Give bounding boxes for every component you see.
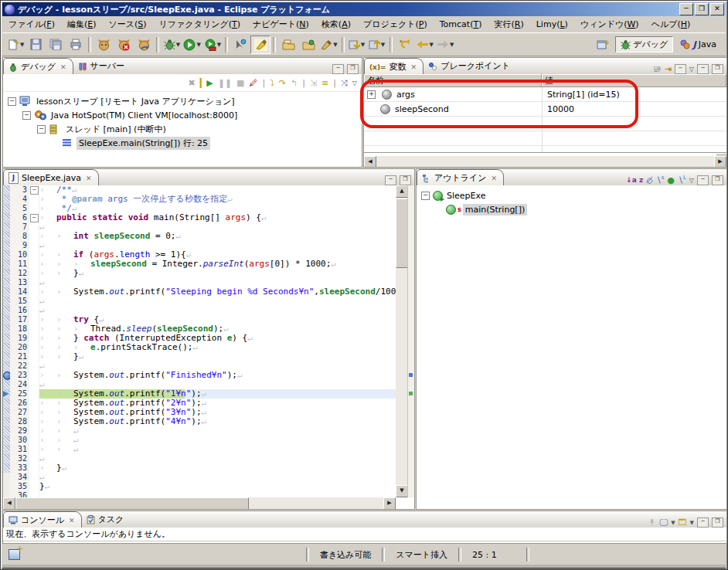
editor-marker-margin[interactable] (3, 426, 10, 436)
step-filters-icon[interactable]: ≡ (321, 78, 328, 88)
editor-marker-margin[interactable] (3, 306, 10, 315)
debug-tree-row[interactable]: −lessonスリープ [リモート Java アプリケーション] (3, 94, 362, 108)
editor-marker-margin[interactable] (3, 250, 10, 260)
editor-marker-margin[interactable] (3, 352, 10, 361)
scrollbar-thumb[interactable] (15, 497, 249, 509)
editor-marker-margin[interactable] (3, 380, 10, 389)
code-line[interactable]: 15↵ (3, 297, 396, 306)
editor-marker-margin[interactable] (3, 389, 10, 399)
editor-marker-margin[interactable] (3, 454, 10, 463)
menu-item[interactable]: 検索(A) (315, 17, 357, 32)
menu-item[interactable]: ヘルプ(H) (645, 17, 697, 32)
editor-marker-margin[interactable] (3, 371, 10, 380)
code-line[interactable]: 35}↵ (3, 482, 396, 491)
code-line[interactable]: 6−›public static void main(String[] args… (3, 213, 396, 222)
fold-collapse-icon[interactable]: − (30, 186, 39, 195)
tab-breakpoints[interactable]: ブレークポイント (424, 58, 516, 74)
tab-outline[interactable]: アウトライン ✕ (417, 169, 504, 186)
code-line[interactable]: 16↵ (3, 306, 396, 315)
hide-non-public-icon[interactable]: ● (667, 175, 675, 185)
use-step-filters-icon[interactable]: ⤨ (341, 78, 348, 88)
view-menu-chevron-icon[interactable]: ▽ (689, 177, 694, 184)
resume-icon[interactable]: ▎▶ (200, 78, 213, 88)
editor-marker-margin[interactable] (3, 445, 10, 454)
code-line[interactable]: 14››System.out.printf("Sleeping begin %d… (3, 287, 396, 297)
editor-marker-margin[interactable] (3, 343, 10, 352)
code-line[interactable]: 19››} catch (InterruptedException e) {↵ (3, 334, 396, 343)
step-over-icon[interactable]: ↷ (279, 78, 286, 88)
minimize-view-icon[interactable]: ─ (385, 175, 396, 185)
code-line[interactable]: 28››System.out.printf("4¥n");↵ (3, 417, 396, 426)
minimize-view-icon[interactable]: ─ (697, 64, 709, 74)
editor-marker-margin[interactable] (3, 269, 10, 278)
menu-item[interactable]: プロジェクト(P) (357, 17, 434, 32)
code-line[interactable]: 29››↵ (3, 426, 396, 436)
dropdown-arrow-icon[interactable]: ▼ (690, 520, 694, 526)
editor-marker-margin[interactable] (3, 204, 10, 213)
show-logical-structure-icon[interactable]: ⇥ (665, 64, 672, 74)
last-edit-location-button[interactable]: * (395, 36, 415, 54)
editor-marker-margin[interactable] (3, 260, 10, 269)
terminate-icon[interactable]: ■ (236, 78, 244, 88)
menu-item[interactable]: 実行(R) (488, 17, 529, 32)
maximize-view-icon[interactable]: ❐ (712, 64, 723, 74)
editor-marker-margin[interactable] (3, 213, 10, 222)
editor-marker-margin[interactable] (3, 232, 10, 241)
tree-expander-icon[interactable]: − (22, 111, 31, 120)
save-all-button[interactable] (46, 36, 66, 54)
fold-collapse-icon[interactable]: − (30, 214, 39, 222)
pin-console-icon[interactable]: 🖈 (648, 517, 657, 528)
outline-tree-row[interactable]: −SleepExe (417, 188, 726, 202)
debug-tree-row[interactable]: −Java HotSpot(TM) Client VM[localhost:80… (3, 108, 362, 122)
search-annotations-button[interactable]: ▼ (318, 36, 338, 54)
code-line[interactable]: 23››System.out.printf("Finished¥n");↵ (3, 371, 396, 380)
editor-marker-margin[interactable] (3, 287, 10, 297)
tree-expander-icon[interactable]: + (367, 90, 376, 99)
collapse-all-icon[interactable]: − (675, 64, 686, 74)
debug-button[interactable]: ▼ (162, 36, 182, 54)
tomcat-restart-button[interactable] (134, 36, 154, 54)
perspective-tab-java[interactable]: J Java (675, 38, 721, 52)
maximize-view-icon[interactable]: ❐ (712, 175, 723, 185)
editor-marker-margin[interactable] (3, 241, 10, 250)
minimize-view-icon[interactable]: ─ (697, 175, 709, 185)
column-header-value[interactable]: 値 (542, 74, 726, 87)
menu-item[interactable]: ウィンドウ(W) (574, 17, 645, 32)
new-wizard-button[interactable]: + ▼ (5, 36, 26, 54)
tomcat-start-button[interactable] (94, 36, 114, 54)
breakpoint-overview-mark[interactable] (409, 373, 413, 377)
hide-local-types-icon[interactable]: ∖L (678, 175, 686, 185)
code-line[interactable]: 33›}↵ (3, 463, 396, 473)
tab-tasks[interactable]: タスク (82, 511, 131, 528)
variable-row[interactable]: +argsString[1] (id=15) (364, 87, 726, 102)
code-line[interactable]: 20›››e.printStackTrace();↵ (3, 343, 396, 352)
tab-debug[interactable]: デバッグ ✕ (3, 58, 73, 75)
minimize-window-button[interactable]: ─ (679, 3, 693, 15)
remove-terminated-icon[interactable]: ✖ (189, 78, 196, 88)
hide-static-icon[interactable]: ∖s (656, 175, 665, 185)
editor-horizontal-scrollbar[interactable]: ◀ ▶ (3, 497, 396, 509)
code-line[interactable]: 21››}↵ (3, 352, 396, 361)
step-into-icon[interactable]: ⤵ (270, 78, 274, 88)
close-icon[interactable]: ✕ (492, 175, 498, 182)
code-line[interactable]: 36 (3, 491, 396, 497)
code-line[interactable]: 8››int sleepSecond = 0;↵ (3, 232, 396, 241)
run-button[interactable]: ▼ (182, 36, 202, 54)
tomcat-stop-button[interactable] (114, 36, 134, 54)
menu-item[interactable]: リファクタリング(T) (153, 17, 247, 32)
drop-to-frame-icon[interactable]: ⇲ (310, 78, 317, 88)
code-line[interactable]: 7↵ (3, 222, 396, 232)
menu-item[interactable]: ファイル(F) (2, 17, 61, 32)
scroll-right-icon[interactable]: ▶ (383, 497, 396, 509)
code-area[interactable]: 3−›/**↵4› * @param args 一次停止する秒数を指定↵5› *… (3, 185, 396, 497)
editor-marker-margin[interactable] (3, 399, 10, 408)
perspective-tab-debug[interactable]: デバッグ (615, 36, 673, 53)
debug-tree-row[interactable]: SleepExe.main(String[]) 行: 25 (3, 136, 362, 150)
scroll-up-icon[interactable]: ▲ (396, 185, 408, 198)
dropdown-arrow-icon[interactable]: ▼ (671, 520, 675, 526)
close-icon[interactable]: ✕ (69, 517, 75, 524)
editor-marker-margin[interactable] (3, 491, 10, 497)
editor-marker-margin[interactable] (3, 361, 10, 371)
editor-marker-margin[interactable] (3, 463, 10, 473)
editor-marker-margin[interactable] (3, 185, 10, 195)
